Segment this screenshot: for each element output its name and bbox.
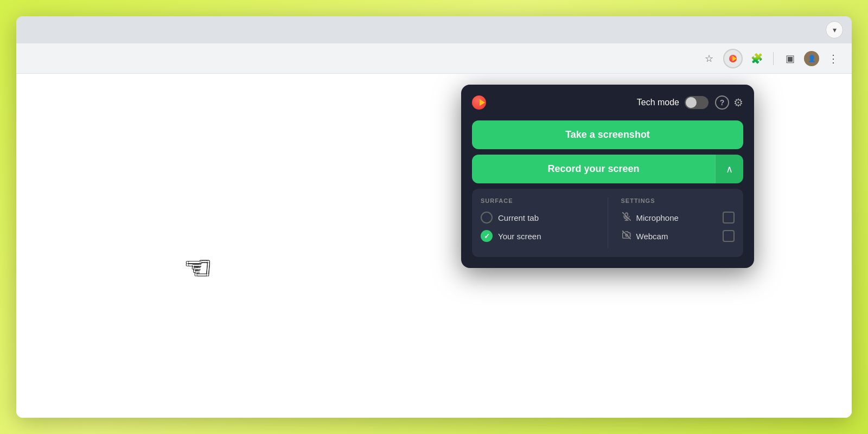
tab-bar: ▾ <box>16 16 852 43</box>
webcam-left: Webcam <box>621 231 668 241</box>
main-content: ☞ Tech mode ? ⚙ <box>16 74 852 418</box>
toggle-knob <box>686 97 697 108</box>
toolbar-divider <box>773 52 774 65</box>
help-icon: ? <box>720 98 725 107</box>
more-options-button[interactable]: ⋮ <box>824 50 843 67</box>
settings-column: SETTINGS <box>621 197 735 248</box>
browser-window: ▾ ☆ 🧩 ▣ 👤 ⋮ <box>16 16 852 418</box>
svg-line-3 <box>622 231 630 239</box>
your-screen-label: Your screen <box>498 232 541 241</box>
webcam-setting-row: Webcam <box>621 230 735 242</box>
settings-button[interactable]: ⚙ <box>733 96 743 109</box>
tech-mode-toggle[interactable] <box>685 96 709 109</box>
microphone-setting-row: Microphone <box>621 212 735 224</box>
puzzle-icon: 🧩 <box>751 53 763 65</box>
tech-mode-label: Tech mode <box>637 98 679 107</box>
microphone-checkbox[interactable] <box>723 212 735 224</box>
section-divider <box>608 197 608 248</box>
tab-chevron-button[interactable]: ▾ <box>826 21 843 39</box>
logo-red-circle <box>472 95 486 110</box>
popup-panel: Tech mode ? ⚙ Take a screenshot Record y… <box>461 85 754 268</box>
star-button[interactable]: ☆ <box>699 49 719 68</box>
gear-icon: ⚙ <box>733 97 743 108</box>
popup-header: Tech mode ? ⚙ <box>472 95 743 110</box>
toolbar: ☆ 🧩 ▣ 👤 ⋮ <box>16 43 852 74</box>
hand-cursor-icon: ☞ <box>184 253 212 283</box>
record-screen-button[interactable]: Record your screen <box>472 155 715 183</box>
surface-column: SURFACE Current tab Your screen <box>481 197 595 248</box>
avatar[interactable]: 👤 <box>804 51 819 66</box>
microphone-off-icon <box>621 212 632 223</box>
popup-loom-logo <box>472 95 486 110</box>
record-chevron-button[interactable]: ∧ <box>715 155 743 183</box>
current-tab-radio[interactable] <box>481 212 493 224</box>
current-tab-option[interactable]: Current tab <box>481 212 595 224</box>
screenshot-button[interactable]: Take a screenshot <box>472 120 743 149</box>
surface-label: SURFACE <box>481 197 595 204</box>
your-screen-option[interactable]: Your screen <box>481 230 595 242</box>
microphone-left: Microphone <box>621 212 679 223</box>
record-button-row: Record your screen ∧ <box>472 155 743 183</box>
microphone-label: Microphone <box>636 213 679 222</box>
logo-arrow-icon <box>480 99 485 106</box>
current-tab-label: Current tab <box>498 213 539 222</box>
star-icon: ☆ <box>705 53 713 65</box>
dots-icon: ⋮ <box>828 53 839 65</box>
extensions-button[interactable]: 🧩 <box>747 49 767 68</box>
chevron-up-icon: ∧ <box>726 163 733 175</box>
settings-label: SETTINGS <box>621 197 735 204</box>
sidebar-button[interactable]: ▣ <box>780 49 800 68</box>
webcam-label: Webcam <box>636 232 668 241</box>
webcam-checkbox[interactable] <box>723 230 735 242</box>
help-button[interactable]: ? <box>715 95 729 110</box>
tab-bar-right: ▾ <box>826 21 843 39</box>
loom-arrow <box>732 56 737 61</box>
your-screen-radio[interactable] <box>481 230 493 242</box>
chevron-down-icon: ▾ <box>833 25 837 34</box>
webcam-off-icon <box>621 231 632 241</box>
sidebar-icon: ▣ <box>786 53 795 65</box>
loom-extension-button[interactable] <box>723 49 743 68</box>
loom-icon <box>727 53 738 64</box>
avatar-initial: 👤 <box>808 55 816 62</box>
expanded-section: SURFACE Current tab Your screen SETTINGS <box>472 189 743 257</box>
